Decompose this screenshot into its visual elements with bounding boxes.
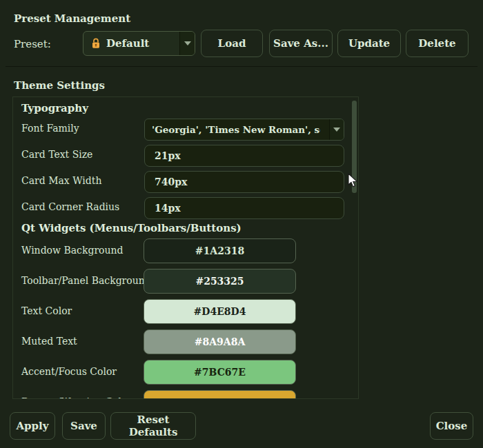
window-background-label: Window Background	[21, 245, 124, 256]
lock-icon	[91, 38, 101, 49]
reset-defaults-button[interactable]: Reset Defaults	[110, 412, 196, 440]
theme-settings-scroll-area[interactable]: Typography Font Family 'Georgia', 'Times…	[12, 96, 359, 399]
preset-label: Preset:	[14, 38, 51, 50]
delete-button[interactable]: Delete	[406, 30, 469, 57]
muted-text-color-swatch[interactable]: #8A9A8A	[144, 329, 296, 354]
typography-header: Typography	[21, 102, 88, 114]
muted-text-label: Muted Text	[21, 336, 77, 347]
card-max-width-input[interactable]	[144, 171, 344, 193]
preset-dropdown-button[interactable]	[179, 32, 195, 55]
save-as-button[interactable]: Save As...	[269, 30, 333, 57]
load-button[interactable]: Load	[201, 30, 263, 57]
save-button[interactable]: Save	[62, 412, 106, 440]
text-color-label: Text Color	[21, 305, 72, 316]
font-family-select[interactable]: 'Georgia', 'Times New Roman', serif	[144, 119, 344, 141]
danger-warning-color-swatch[interactable]: #D9A62E	[144, 390, 296, 399]
chevron-down-icon	[184, 41, 191, 45]
close-button[interactable]: Close	[430, 412, 473, 440]
accent-focus-color-swatch[interactable]: #7BC67E	[144, 360, 296, 385]
font-family-value: 'Georgia', 'Times New Roman', serif	[152, 124, 320, 135]
card-max-width-label: Card Max Width	[21, 175, 101, 186]
text-color-swatch[interactable]: #D4E8D4	[144, 299, 296, 324]
font-family-label: Font Family	[21, 123, 79, 134]
card-corner-radius-label: Card Corner Radius	[21, 201, 119, 212]
theme-settings-title: Theme Settings	[14, 79, 105, 92]
preset-select[interactable]: Default	[83, 31, 195, 56]
card-corner-radius-input[interactable]	[144, 197, 344, 219]
card-text-size-input[interactable]	[144, 145, 344, 167]
font-family-dropdown-button[interactable]	[329, 119, 344, 140]
preset-management-title: Preset Management	[14, 12, 130, 25]
header-divider	[6, 66, 477, 67]
window-background-color-swatch[interactable]: #1A2318	[144, 238, 296, 263]
update-button[interactable]: Update	[337, 30, 401, 57]
theme-settings-dialog: { "preset": { "title": "Preset Managemen…	[0, 0, 483, 448]
danger-warning-color-label: Danger/Warning Color	[21, 396, 132, 399]
vertical-scrollbar[interactable]	[352, 101, 357, 193]
toolbar-panel-background-label: Toolbar/Panel Background	[21, 275, 151, 286]
chevron-down-icon	[333, 128, 340, 132]
toolbar-panel-background-color-swatch[interactable]: #253325	[144, 269, 296, 294]
apply-button[interactable]: Apply	[10, 412, 55, 440]
qt-widgets-header: Qt Widgets (Menus/Toolbars/Buttons)	[21, 222, 241, 234]
card-text-size-label: Card Text Size	[21, 149, 92, 160]
preset-selected-value: Default	[106, 37, 149, 50]
accent-focus-color-label: Accent/Focus Color	[21, 366, 117, 377]
